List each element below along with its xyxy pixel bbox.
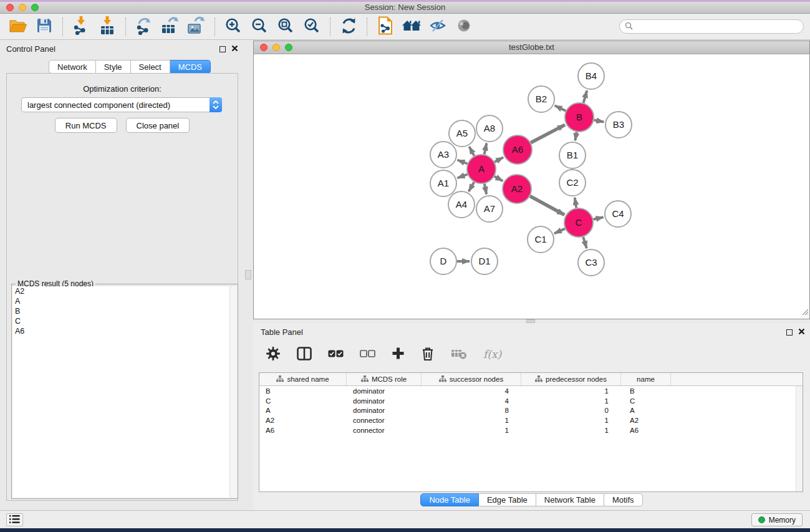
table-row[interactable]: Bdominator41B (259, 386, 796, 396)
graph-node-A4[interactable]: A4 (448, 191, 475, 218)
graph-edge-C-C3[interactable] (583, 237, 587, 248)
function-builder-button[interactable]: f(x) (483, 348, 501, 360)
select-all-columns-button[interactable] (328, 350, 344, 359)
hide-network-button[interactable] (425, 16, 451, 38)
import-table-button[interactable] (94, 16, 120, 38)
graph-edge-A6-B[interactable] (531, 125, 565, 143)
table-row[interactable]: A2connector11A2 (259, 415, 796, 425)
column-header-name[interactable]: name (621, 373, 671, 385)
graph-node-A[interactable]: A (467, 155, 496, 183)
graph-edge-B-B2[interactable] (555, 105, 566, 110)
graph-edge-A-A7[interactable] (485, 184, 486, 195)
export-table-button[interactable] (157, 16, 183, 38)
column-header-shared-name[interactable]: shared name (259, 373, 347, 385)
zoom-fit-button[interactable] (272, 16, 299, 38)
float-table-panel-button[interactable] (786, 329, 793, 336)
criterion-dropdown[interactable]: largest connected component (directed) (21, 97, 222, 112)
graph-edge-C-C4[interactable] (593, 217, 603, 220)
graph-node-D[interactable]: D (430, 248, 456, 274)
graph-node-C1[interactable]: C1 (528, 226, 554, 253)
refresh-button[interactable] (335, 16, 362, 38)
show-column-button[interactable] (297, 347, 312, 362)
graph-edge-C-C1[interactable] (554, 229, 565, 234)
graph-edge-A-A6[interactable] (494, 157, 503, 162)
graph-edge-A-A3[interactable] (458, 160, 468, 164)
graph-edge-A-A5[interactable] (470, 147, 475, 156)
graph-node-D1[interactable]: D1 (471, 248, 498, 274)
table-row[interactable]: A6connector11A6 (259, 425, 796, 435)
graph-node-A6[interactable]: A6 (503, 135, 532, 164)
graph-node-A8[interactable]: A8 (476, 115, 503, 142)
table-row[interactable]: Cdominator41C (259, 396, 796, 406)
home-layout-button[interactable] (398, 16, 425, 38)
result-item[interactable]: A (12, 296, 229, 306)
graph-node-A3[interactable]: A3 (430, 142, 456, 168)
column-header-mcds-role[interactable]: MCDS role (347, 373, 422, 385)
export-image-button[interactable] (183, 16, 210, 38)
close-panel-button[interactable] (231, 44, 238, 54)
graph-node-B2[interactable]: B2 (528, 86, 554, 112)
divider-handle[interactable] (245, 270, 251, 279)
column-header-successor-nodes[interactable]: successor nodes (422, 373, 521, 385)
zoom-selected-button[interactable] (299, 16, 325, 38)
result-item[interactable]: C (12, 316, 229, 326)
zoom-in-button[interactable] (220, 16, 246, 38)
zoom-out-button[interactable] (246, 16, 272, 38)
graph-edge-B-B4[interactable] (584, 90, 587, 103)
search-input[interactable] (637, 22, 798, 31)
graph-node-B[interactable]: B (565, 103, 594, 132)
tab-style[interactable]: Style (96, 60, 131, 74)
open-session-file-button[interactable] (372, 16, 398, 38)
graph-node-C2[interactable]: C2 (559, 170, 586, 196)
graph-node-B4[interactable]: B4 (578, 63, 604, 89)
table-scrollbar[interactable] (796, 386, 803, 491)
graph-node-B3[interactable]: B3 (605, 112, 632, 138)
graph-edge-A-A4[interactable] (469, 182, 475, 191)
result-item[interactable]: A2 (12, 286, 229, 296)
graph-edge-B-B3[interactable] (594, 120, 604, 122)
graph-node-C3[interactable]: C3 (578, 249, 604, 276)
task-history-button[interactable] (6, 513, 23, 526)
save-session-button[interactable] (31, 16, 57, 38)
close-table-panel-button[interactable] (798, 327, 805, 337)
graph-node-A7[interactable]: A7 (476, 196, 503, 222)
search-field[interactable] (619, 19, 804, 34)
import-network-button[interactable] (68, 16, 94, 38)
graph-edge-A-A8[interactable] (485, 143, 487, 155)
open-session-button[interactable] (5, 16, 31, 38)
graph-edge-A-A1[interactable] (458, 175, 468, 178)
tab-select[interactable]: Select (131, 60, 170, 74)
table-tab-network-table[interactable]: Network Table (536, 493, 604, 506)
export-network-button[interactable] (131, 16, 157, 38)
tab-mcds[interactable]: MCDS (170, 60, 211, 74)
result-item[interactable]: B (12, 306, 229, 316)
graph-node-B1[interactable]: B1 (559, 142, 586, 168)
unselect-all-columns-button[interactable] (360, 350, 375, 359)
tab-network[interactable]: Network (49, 60, 96, 74)
column-header-predecessor-nodes[interactable]: predecessor nodes (521, 373, 621, 385)
network-window-titlebar[interactable]: testGlobe.txt (254, 41, 809, 54)
show-eye-button[interactable] (451, 16, 477, 38)
network-canvas-svg[interactable]: B4B2BB3A8A5A6A3B1AA1C2A2A4A7C4CC1C3DD1 (254, 55, 809, 319)
delete-table-button[interactable] (451, 348, 467, 361)
result-item[interactable]: A6 (12, 326, 229, 336)
run-mcds-button[interactable]: Run MCDS (55, 118, 117, 133)
graph-node-A1[interactable]: A1 (430, 170, 456, 196)
graph-node-C[interactable]: C (564, 208, 593, 237)
resize-grip-icon[interactable] (801, 307, 809, 318)
graph-node-A5[interactable]: A5 (449, 120, 475, 147)
graph-edge-A2-C[interactable] (530, 196, 564, 215)
graph-node-A2[interactable]: A2 (503, 175, 531, 203)
graph-node-C4[interactable]: C4 (605, 201, 631, 227)
delete-column-button[interactable] (421, 346, 435, 363)
vertical-split-divider[interactable] (243, 40, 253, 510)
graph-edge-A-A2[interactable] (494, 177, 503, 181)
memory-button[interactable]: Memory (751, 513, 803, 526)
table-tab-node-table[interactable]: Node Table (420, 493, 479, 506)
result-list-scrollbar[interactable] (229, 286, 237, 498)
table-tab-edge-table[interactable]: Edge Table (479, 493, 536, 506)
table-tab-motifs[interactable]: Motifs (604, 493, 643, 506)
create-column-button[interactable] (392, 347, 405, 362)
graph-edge-C-C2[interactable] (575, 198, 577, 208)
table-row[interactable]: Adominator80A (259, 406, 796, 416)
